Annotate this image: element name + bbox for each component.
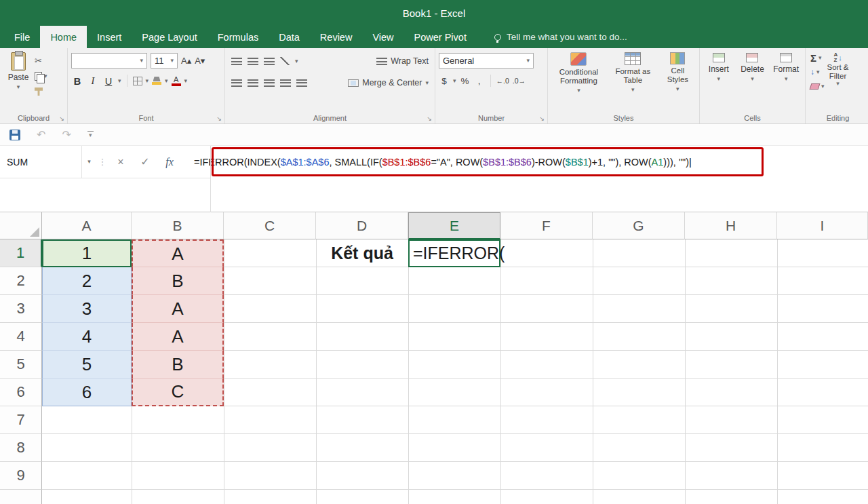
orientation-icon[interactable]: [280, 57, 290, 65]
copy-button[interactable]: ▾: [35, 71, 47, 81]
tab-view[interactable]: View: [362, 26, 403, 48]
formula-input[interactable]: =IFERROR(INDEX($A$1:$A$6, SMALL(IF($B$1:…: [182, 146, 868, 178]
borders-icon[interactable]: [133, 77, 142, 85]
col-header-h[interactable]: H: [685, 212, 777, 239]
undo-icon[interactable]: ↶: [37, 130, 45, 140]
chevron-down-icon[interactable]: ▾: [146, 78, 149, 84]
col-header-a[interactable]: A: [42, 212, 132, 239]
number-format-combobox[interactable]: General ▾: [439, 53, 534, 69]
underline-button[interactable]: U: [102, 73, 115, 88]
italic-button[interactable]: I: [87, 73, 99, 88]
currency-format-button[interactable]: $: [439, 76, 450, 86]
tab-review[interactable]: Review: [310, 26, 363, 48]
insert-function-button[interactable]: fx: [157, 146, 182, 178]
number-dialog-launcher-icon[interactable]: ↘: [539, 115, 545, 122]
font-name-combobox[interactable]: ▾: [71, 53, 147, 69]
align-center-icon[interactable]: [248, 79, 258, 87]
col-header-e[interactable]: E: [408, 212, 500, 239]
fill-color-button[interactable]: [152, 77, 161, 85]
wrap-text-button[interactable]: Wrap Text: [376, 56, 429, 66]
decrease-indent-icon[interactable]: [280, 79, 291, 87]
comma-format-button[interactable]: ,: [474, 76, 485, 86]
chevron-down-icon[interactable]: ▾: [118, 78, 121, 84]
cell-A3[interactable]: 3: [42, 295, 132, 323]
cell-A1[interactable]: 1: [42, 239, 132, 267]
cell-B3[interactable]: A: [132, 295, 224, 323]
cell-styles-button[interactable]: Cell Styles ▾: [658, 50, 697, 113]
delete-cells-button[interactable]: Delete ▾: [736, 50, 768, 113]
name-box-dropdown[interactable]: ▾: [81, 146, 96, 178]
autosum-button[interactable]: Σ▾: [810, 52, 825, 63]
row-header-3[interactable]: 3: [0, 295, 42, 323]
tab-page-layout[interactable]: Page Layout: [132, 26, 207, 48]
cell-A5[interactable]: 5: [42, 351, 132, 379]
clipboard-dialog-launcher-icon[interactable]: ↘: [59, 115, 64, 122]
align-left-icon[interactable]: [231, 79, 242, 87]
tab-power-pivot[interactable]: Power Pivot: [404, 26, 477, 48]
tell-me-box[interactable]: Tell me what you want to do...: [494, 26, 627, 48]
col-header-g[interactable]: G: [593, 212, 685, 239]
chevron-down-icon[interactable]: ▾: [453, 78, 456, 84]
col-header-i[interactable]: I: [777, 212, 868, 239]
tab-insert[interactable]: Insert: [87, 26, 132, 48]
tab-home[interactable]: Home: [40, 26, 87, 48]
cell-E1-active[interactable]: =IFERROR(: [408, 239, 500, 267]
row-header-8[interactable]: 8: [0, 434, 42, 462]
col-header-c[interactable]: C: [224, 212, 316, 239]
formula-bar-resize-handle[interactable]: ⋮: [96, 146, 108, 178]
chevron-down-icon[interactable]: ▾: [295, 58, 298, 64]
cell-A6[interactable]: 6: [42, 379, 132, 406]
font-dialog-launcher-icon[interactable]: ↘: [216, 115, 222, 122]
row-header-6[interactable]: 6: [0, 379, 42, 406]
alignment-dialog-launcher-icon[interactable]: ↘: [427, 115, 432, 122]
cell-B1[interactable]: A: [132, 239, 224, 267]
format-cells-button[interactable]: Format ▾: [770, 50, 802, 113]
percent-format-button[interactable]: %: [460, 76, 471, 86]
row-header-10[interactable]: [0, 490, 42, 504]
align-right-icon[interactable]: [264, 79, 275, 87]
col-header-b[interactable]: B: [132, 212, 224, 239]
cell-B2[interactable]: B: [132, 267, 224, 295]
sheet-area[interactable]: 1 2 3 4 5 6 A B A A B C Kết quả =IFERROR…: [42, 239, 868, 504]
row-header-1[interactable]: 1: [0, 239, 42, 267]
row-header-4[interactable]: 4: [0, 323, 42, 351]
name-box[interactable]: SUM: [0, 146, 81, 178]
cell-B4[interactable]: A: [132, 323, 224, 351]
bold-button[interactable]: B: [71, 73, 83, 88]
paste-button[interactable]: Paste ▾: [2, 50, 35, 113]
tab-file[interactable]: File: [4, 26, 40, 48]
increase-indent-icon[interactable]: [296, 79, 307, 87]
format-as-table-button[interactable]: Format as Table ▾: [608, 50, 658, 113]
cell-B6[interactable]: C: [132, 379, 224, 406]
align-top-icon[interactable]: [231, 58, 242, 65]
confirm-entry-button[interactable]: ✓: [133, 146, 157, 178]
decrease-decimal-icon[interactable]: .0→: [513, 77, 526, 85]
col-header-f[interactable]: F: [500, 212, 593, 239]
row-header-5[interactable]: 5: [0, 351, 42, 379]
sort-filter-button[interactable]: AZ ↓ Sort & Filter ▾: [827, 50, 849, 113]
align-middle-icon[interactable]: [248, 58, 258, 65]
clear-button[interactable]: ▾: [810, 81, 825, 92]
row-header-9[interactable]: 9: [0, 462, 42, 490]
font-size-combobox[interactable]: 11 ▾: [151, 53, 178, 69]
cut-button[interactable]: ✂: [35, 55, 47, 66]
chevron-down-icon[interactable]: ▾: [184, 78, 188, 84]
row-header-2[interactable]: 2: [0, 267, 42, 295]
tab-data[interactable]: Data: [269, 26, 310, 48]
cancel-entry-button[interactable]: ×: [108, 146, 133, 178]
select-all-corner[interactable]: [0, 212, 42, 239]
fill-button[interactable]: ↓▾: [810, 66, 825, 77]
row-header-7[interactable]: 7: [0, 406, 42, 434]
customize-quick-access-icon[interactable]: ▾: [87, 131, 94, 139]
align-bottom-icon[interactable]: [264, 58, 275, 65]
save-icon[interactable]: [9, 130, 20, 140]
redo-icon[interactable]: ↷: [62, 130, 71, 140]
chevron-down-icon[interactable]: ▾: [165, 78, 168, 84]
tab-formulas[interactable]: Formulas: [208, 26, 269, 48]
col-header-d[interactable]: D: [316, 212, 408, 239]
format-painter-button[interactable]: [35, 86, 47, 97]
cell-A2[interactable]: 2: [42, 267, 132, 295]
merge-center-button[interactable]: Merge & Center▾: [348, 78, 429, 88]
increase-decimal-icon[interactable]: ←.0: [496, 77, 509, 85]
font-color-button[interactable]: A: [172, 75, 181, 86]
